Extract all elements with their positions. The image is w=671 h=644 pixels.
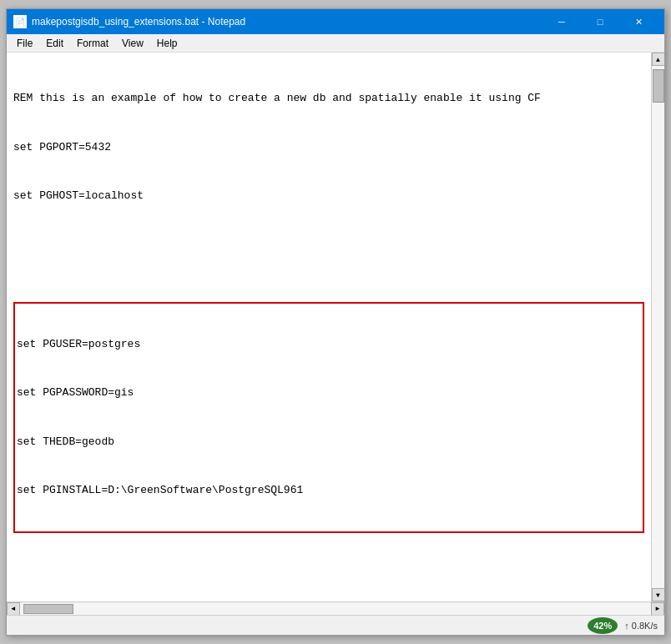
maximize-button[interactable]: □: [581, 9, 619, 34]
vertical-scrollbar[interactable]: ▲ ▼: [651, 53, 664, 601]
h-scroll-thumb[interactable]: [23, 604, 73, 614]
menu-file[interactable]: File: [10, 36, 39, 51]
scroll-left-button[interactable]: ◄: [7, 602, 20, 616]
scroll-down-button[interactable]: ▼: [652, 588, 665, 601]
window-title: makepostgisdb_using_extensions.bat - Not…: [32, 16, 542, 28]
speed-indicator: ↑ 0.8K/s: [624, 621, 658, 631]
line-6: set PGPASSWORD=gis: [17, 385, 641, 401]
zoom-indicator: 42%: [588, 617, 618, 634]
menu-help[interactable]: Help: [150, 36, 184, 51]
line-5: set PGUSER=postgres: [17, 336, 641, 353]
editor-area: REM this is an example of how to create …: [7, 53, 664, 601]
line-7: set THEDB=geodb: [17, 434, 641, 450]
scroll-right-button[interactable]: ►: [651, 602, 664, 616]
window-controls: ─ □ ✕: [542, 9, 658, 34]
line-8: set PGINSTALL=D:\GreenSoftware\PostgreSQ…: [17, 482, 641, 499]
app-icon: 📄: [13, 15, 27, 28]
menu-edit[interactable]: Edit: [39, 36, 70, 51]
line-9: [13, 566, 644, 582]
highlighted-block: set PGUSER=postgres set PGPASSWORD=gis s…: [13, 302, 644, 533]
status-bar: 42% ↑ 0.8K/s: [7, 615, 664, 635]
line-1: REM this is an example of how to create …: [13, 90, 644, 107]
line-4: [13, 237, 644, 254]
minimize-button[interactable]: ─: [542, 9, 581, 34]
h-scroll-track[interactable]: [20, 603, 651, 615]
menu-format[interactable]: Format: [70, 36, 115, 51]
menu-view[interactable]: View: [115, 36, 150, 51]
notepad-window: 📄 makepostgisdb_using_extensions.bat - N…: [6, 8, 665, 636]
scroll-up-button[interactable]: ▲: [652, 53, 665, 66]
scroll-thumb[interactable]: [653, 69, 664, 103]
scroll-track[interactable]: [652, 66, 664, 588]
line-2: set PGPORT=5432: [13, 139, 644, 156]
horizontal-scrollbar[interactable]: ◄ ►: [7, 601, 664, 615]
line-3: set PGHOST=localhost: [13, 188, 644, 204]
text-editor[interactable]: REM this is an example of how to create …: [7, 53, 651, 601]
title-bar: 📄 makepostgisdb_using_extensions.bat - N…: [7, 9, 664, 34]
menu-bar: File Edit Format View Help: [7, 34, 664, 53]
close-button[interactable]: ✕: [619, 9, 658, 34]
